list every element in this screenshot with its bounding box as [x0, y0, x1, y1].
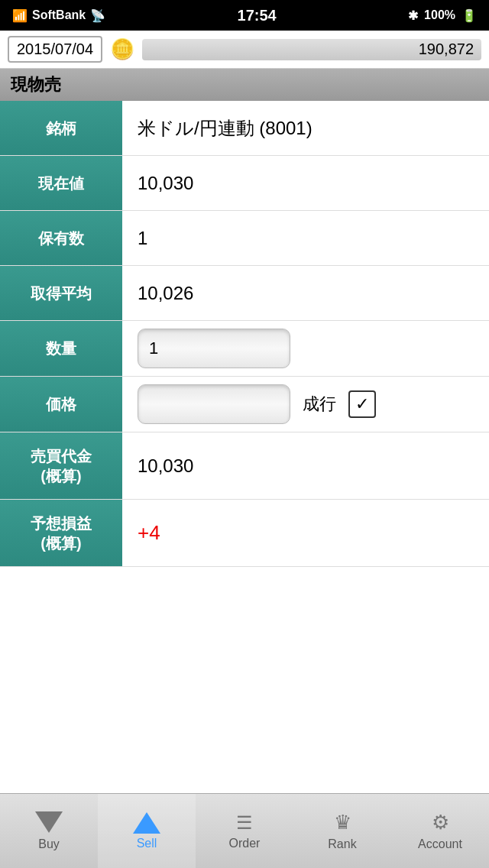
current-price-value: 10,030 — [138, 173, 193, 194]
coin-icon: 🪙 — [110, 37, 134, 61]
tab-account[interactable]: ⚙ Account — [391, 794, 489, 868]
tab-order-label: Order — [229, 837, 261, 850]
signal-icon: 📶 — [12, 8, 28, 23]
battery-label: 100% — [424, 8, 455, 22]
symbol-value: 米ドル/円連動 (8001) — [138, 116, 313, 141]
balance-bar: 190,872 — [142, 39, 481, 60]
expected-profit-value: +4 — [138, 521, 160, 545]
value-symbol: 米ドル/円連動 (8001) — [122, 101, 489, 155]
tab-sell[interactable]: Sell — [98, 794, 196, 868]
held-count-value: 1 — [138, 228, 147, 249]
label-held-count: 保有数 — [0, 211, 122, 265]
status-left: 📶 SoftBank 📡 — [12, 8, 105, 23]
price-input[interactable] — [138, 384, 290, 424]
label-price: 価格 — [0, 377, 122, 432]
transaction-amount-value: 10,030 — [138, 455, 193, 477]
label-symbol: 銘柄 — [0, 101, 122, 155]
market-order-checkbox[interactable]: ✓ — [348, 390, 376, 418]
date-balance-bar: 2015/07/04 🪙 190,872 — [0, 31, 489, 69]
value-current-price: 10,030 — [122, 156, 489, 210]
row-price: 価格 成行 ✓ — [0, 377, 489, 432]
price-row-inner: 成行 ✓ — [138, 384, 474, 424]
main-content: 銘柄 米ドル/円連動 (8001) 現在値 10,030 保有数 1 取得平均 … — [0, 101, 489, 567]
label-expected-profit: 予想損益(概算) — [0, 500, 122, 566]
wifi-icon: 📡 — [90, 8, 105, 23]
value-price: 成行 ✓ — [122, 377, 489, 432]
buy-arrow-icon — [35, 811, 63, 833]
tab-account-label: Account — [418, 837, 462, 851]
tab-rank-label: Rank — [328, 837, 356, 851]
quantity-input[interactable] — [138, 329, 290, 368]
carrier-label: SoftBank — [32, 8, 86, 22]
tab-bar: Buy Sell ☰ Order ♛ Rank ⚙ Account — [0, 793, 489, 868]
rank-crown-icon: ♛ — [334, 811, 351, 834]
account-gear-icon: ⚙ — [432, 811, 449, 834]
row-symbol: 銘柄 米ドル/円連動 (8001) — [0, 101, 489, 156]
sell-arrow-icon — [133, 812, 160, 834]
label-quantity: 数量 — [0, 321, 122, 376]
checkmark-icon: ✓ — [355, 396, 369, 413]
label-transaction-amount: 売買代金(概算) — [0, 432, 122, 499]
status-time: 17:54 — [238, 7, 277, 24]
order-icon: ☰ — [236, 812, 253, 834]
tab-order[interactable]: ☰ Order — [196, 794, 293, 868]
row-expected-profit: 予想損益(概算) +4 — [0, 500, 489, 567]
tab-buy[interactable]: Buy — [0, 794, 98, 868]
value-held-count: 1 — [122, 211, 489, 265]
value-quantity — [122, 321, 489, 376]
label-current-price: 現在値 — [0, 156, 122, 210]
row-quantity: 数量 — [0, 321, 489, 377]
avg-price-value: 10,026 — [138, 283, 193, 304]
label-avg-price: 取得平均 — [0, 266, 122, 320]
market-order-label: 成行 — [303, 393, 336, 416]
value-expected-profit: +4 — [122, 500, 489, 566]
battery-icon: 🔋 — [461, 8, 477, 23]
date-box[interactable]: 2015/07/04 — [8, 36, 102, 63]
tab-sell-label: Sell — [137, 837, 157, 850]
row-held-count: 保有数 1 — [0, 211, 489, 266]
row-transaction-amount: 売買代金(概算) 10,030 — [0, 432, 489, 500]
section-header: 現物売 — [0, 69, 489, 101]
tab-rank[interactable]: ♛ Rank — [293, 794, 391, 868]
status-bar: 📶 SoftBank 📡 17:54 ✱ 100% 🔋 — [0, 0, 489, 31]
tab-buy-label: Buy — [38, 837, 60, 851]
row-current-price: 現在値 10,030 — [0, 156, 489, 211]
value-transaction-amount: 10,030 — [122, 432, 489, 499]
balance-value: 190,872 — [419, 40, 474, 58]
status-right: ✱ 100% 🔋 — [408, 8, 477, 23]
bluetooth-icon: ✱ — [408, 8, 418, 23]
value-avg-price: 10,026 — [122, 266, 489, 320]
section-header-title: 現物売 — [11, 73, 61, 96]
row-avg-price: 取得平均 10,026 — [0, 266, 489, 321]
